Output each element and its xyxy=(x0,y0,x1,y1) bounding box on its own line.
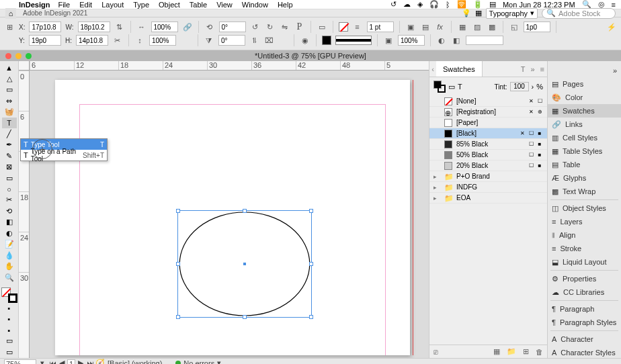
preview-view-icon[interactable]: ▭ xyxy=(2,347,17,357)
frame-fit-icon[interactable]: ▣ xyxy=(405,21,416,32)
prev-page-icon[interactable]: ◀ xyxy=(58,359,66,364)
arrange-icon[interactable]: ▦ xyxy=(475,9,482,17)
type-tool-flyout[interactable]: TType ToolTTType on a Path ToolShift+T xyxy=(20,138,108,161)
panel-collapse-icon[interactable]: » xyxy=(548,64,621,77)
chevron-down-icon[interactable]: ▾ xyxy=(217,359,221,364)
link-wh-icon[interactable]: ⇅ xyxy=(114,21,125,32)
vertical-ruler[interactable]: 0612182430 xyxy=(19,71,30,358)
panel-paragraph[interactable]: ¶Paragraph xyxy=(548,302,621,316)
swatch-item[interactable]: 20% Black☐■ xyxy=(429,161,547,171)
reference-point-icon[interactable]: ⊞ xyxy=(4,21,15,32)
panel-table[interactable]: ▤Table xyxy=(548,158,621,171)
frame-fill-icon[interactable]: ▤ xyxy=(420,21,431,32)
panel-character-styles[interactable]: ACharacter Styles xyxy=(548,346,621,359)
menu-object[interactable]: Object xyxy=(159,1,180,9)
h-input[interactable]: 14p10.8 xyxy=(76,35,108,46)
resize-handle[interactable] xyxy=(243,315,247,319)
panel-cell-styles[interactable]: ▥Cell Styles xyxy=(548,131,621,144)
expand-icon[interactable]: ▸ xyxy=(433,195,440,201)
eyedropper-tool[interactable]: 💧 xyxy=(2,250,17,260)
corner-input[interactable]: 1p0 xyxy=(524,21,550,32)
preflight-profile[interactable]: [Basic] (working) xyxy=(108,359,162,365)
filter-icon[interactable]: ⎚ xyxy=(433,348,438,356)
flip-h-icon[interactable]: ⇋ xyxy=(280,21,290,32)
scale-y-input[interactable]: 100% xyxy=(149,35,176,46)
panel-pages[interactable]: ▤Pages xyxy=(548,77,621,91)
fx-icon[interactable]: fx xyxy=(435,21,446,32)
resize-handle[interactable] xyxy=(309,315,313,319)
swatch-item[interactable]: ▸📁EOA xyxy=(429,193,547,203)
panel-glyphs[interactable]: ÆGlyphs xyxy=(548,171,621,185)
panel-object-styles[interactable]: ◫Object Styles xyxy=(548,201,621,215)
panel-links[interactable]: 🔗Links xyxy=(548,118,621,131)
panel-cc-libraries[interactable]: ☁CC Libraries xyxy=(548,285,621,299)
apply-none-icon[interactable]: ▪ xyxy=(2,325,17,335)
rotate-input[interactable]: 0° xyxy=(219,21,246,32)
zoom-window-icon[interactable] xyxy=(26,53,32,59)
flip-v-icon[interactable]: ⥮ xyxy=(249,35,260,46)
type-tool[interactable]: T xyxy=(2,118,17,128)
text-fill-icon[interactable]: T xyxy=(521,65,526,73)
menu-type[interactable]: Type xyxy=(133,1,149,9)
select-content-icon[interactable]: ◉ xyxy=(300,35,310,46)
shear-input[interactable]: 0° xyxy=(218,35,245,46)
auto-fit-icon[interactable]: ▣ xyxy=(383,35,394,46)
panel-character[interactable]: ACharacter xyxy=(548,332,621,346)
scissors-tool[interactable]: ✂ xyxy=(2,195,17,205)
menu-help[interactable]: Help xyxy=(278,1,293,9)
menu-edit[interactable]: Edit xyxy=(79,1,92,9)
gradient-swatch-tool[interactable]: ◧ xyxy=(2,217,17,227)
selected-ellipse-frame[interactable] xyxy=(177,210,312,318)
panel-expand-icon[interactable]: » xyxy=(530,65,534,73)
page-number-input[interactable]: 1 xyxy=(67,359,75,365)
text-wrap-2-icon[interactable]: ▨ xyxy=(472,21,483,32)
y-input[interactable]: 19p0 xyxy=(29,35,61,46)
swatch-item[interactable]: [None]✕☐ xyxy=(429,96,547,107)
ellipse-tool[interactable]: ○ xyxy=(2,184,17,194)
close-window-icon[interactable] xyxy=(5,53,11,59)
panel-layers[interactable]: ≡Layers xyxy=(548,215,621,228)
window-traffic-lights[interactable] xyxy=(0,53,37,59)
workspace-dropdown[interactable]: Typography ▾ xyxy=(486,8,538,19)
panel-text-wrap[interactable]: ▩Text Wrap xyxy=(548,185,621,198)
panel-swatches[interactable]: ▦Swatches xyxy=(548,104,621,118)
text-wrap-1-icon[interactable]: ▦ xyxy=(457,21,468,32)
pen-tool[interactable]: ✒ xyxy=(2,140,17,150)
text-format-icon[interactable]: T xyxy=(458,83,462,91)
free-transform-tool[interactable]: ⟲ xyxy=(2,206,17,216)
swatch-item[interactable]: 50% Black☐■ xyxy=(429,150,547,161)
menu-view[interactable]: View xyxy=(216,1,233,9)
opacity-input[interactable]: 100% xyxy=(398,35,425,46)
chevron-down-icon[interactable]: ▾ xyxy=(40,359,44,364)
document-canvas[interactable]: 6121824303642485 0612182430 xyxy=(19,61,429,358)
menu-table[interactable]: Table xyxy=(190,1,207,9)
stroke-weight-input[interactable]: 1 pt xyxy=(367,21,394,32)
swatch-item[interactable]: ▸📁INDFG xyxy=(429,182,547,193)
x-input[interactable]: 17p10.8 xyxy=(29,21,61,32)
drop-shadow-icon[interactable]: ◐ xyxy=(436,35,447,46)
container-format-icon[interactable]: ▭ xyxy=(448,83,455,91)
resize-handle[interactable] xyxy=(176,262,180,266)
center-point-icon[interactable] xyxy=(243,263,246,265)
new-swatch-icon[interactable]: ⊞ xyxy=(523,347,529,356)
panel-properties[interactable]: ⚙Properties xyxy=(548,272,621,285)
home-icon[interactable]: ⌂ xyxy=(5,8,16,19)
delete-swatch-icon[interactable]: 🗑 xyxy=(536,348,543,356)
gradient-feather-tool[interactable]: ◐ xyxy=(2,228,17,238)
clear-transform-icon[interactable]: ⌧ xyxy=(264,35,275,46)
first-page-icon[interactable]: ⏮ xyxy=(48,359,56,365)
select-container-icon[interactable]: ▭ xyxy=(317,21,327,32)
tint-arrow-icon[interactable]: › xyxy=(532,83,534,91)
flyout-type-on-a-path-tool[interactable]: TType on a Path ToolShift+T xyxy=(21,150,107,161)
panel-collapse-icon[interactable]: ‹ xyxy=(429,65,436,73)
stroke-style-dropdown[interactable] xyxy=(335,36,372,45)
quick-apply-icon[interactable]: ⚡ xyxy=(606,21,617,32)
swatch-item[interactable]: [Paper] xyxy=(429,118,547,128)
next-page-icon[interactable]: ▶ xyxy=(77,359,85,364)
expand-icon[interactable]: ▸ xyxy=(433,173,440,180)
rotate-cw-icon[interactable]: ↻ xyxy=(265,21,276,32)
swatch-item[interactable]: [Black]✕☐■ xyxy=(429,128,547,139)
effect-preview[interactable] xyxy=(466,36,503,45)
resize-handle[interactable] xyxy=(243,209,247,213)
scale-x-input[interactable]: 100% xyxy=(151,21,178,32)
